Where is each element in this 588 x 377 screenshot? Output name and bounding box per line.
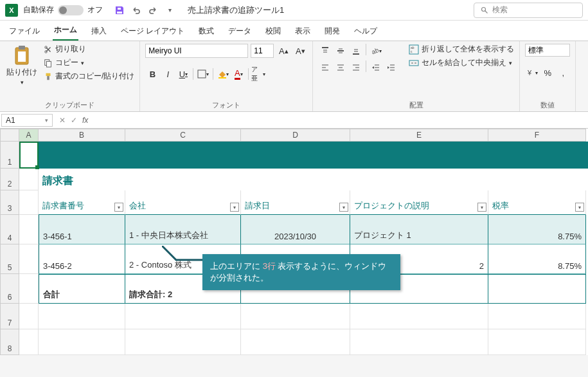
row-header-6[interactable]: 6 [0, 274, 19, 304]
col-header-C[interactable]: C [125, 129, 241, 142]
phonetic-button[interactable]: ア亜▾ [251, 67, 265, 81]
row-header-4[interactable]: 4 [0, 215, 19, 244]
toggle-switch[interactable] [58, 5, 84, 15]
cell[interactable] [39, 329, 125, 355]
filter-button[interactable]: ▾ [339, 203, 348, 212]
merge-center-button[interactable]: セルを結合して中央揃え ▾ [409, 57, 514, 68]
col-header-D[interactable]: D [241, 129, 350, 142]
cell[interactable] [350, 169, 488, 190]
table-cell[interactable]: 3-456-2 [39, 244, 125, 274]
table-cell[interactable]: 2023/10/30 [241, 215, 350, 244]
number-format-select[interactable] [525, 44, 570, 57]
increase-font-icon[interactable]: A▴ [276, 44, 290, 58]
tab-file[interactable]: ファイル [8, 22, 41, 41]
table-header-project-desc[interactable]: プロジェクトの説明▾ [350, 190, 488, 215]
accounting-format-icon[interactable]: ¥▾ [525, 66, 539, 80]
save-icon[interactable] [114, 5, 125, 15]
tab-formulas[interactable]: 数式 [197, 22, 215, 41]
cell[interactable] [125, 304, 241, 329]
cell[interactable] [241, 169, 350, 190]
table-cell[interactable]: 8.75% [488, 215, 586, 244]
format-painter-button[interactable]: 書式のコピー/貼り付け [44, 71, 134, 82]
row-header-5[interactable]: 5 [0, 244, 19, 274]
sheet-title[interactable]: 請求書 [39, 169, 125, 190]
percent-format-icon[interactable]: % [540, 66, 555, 80]
font-size-select[interactable] [251, 44, 274, 58]
decrease-font-icon[interactable]: A▾ [293, 44, 307, 58]
cell[interactable] [350, 329, 488, 355]
table-cell[interactable]: プロジェクト 1 [350, 215, 488, 244]
cell[interactable] [19, 215, 39, 244]
row-header-7[interactable]: 7 [0, 304, 19, 329]
cell[interactable] [19, 274, 39, 304]
row-header-1[interactable]: 1 [0, 142, 19, 169]
orientation-icon[interactable]: ab▾ [369, 44, 383, 58]
align-middle-icon[interactable] [334, 44, 348, 58]
autosave-toggle[interactable]: 自動保存 オフ [23, 5, 103, 15]
tab-help[interactable]: ヘルプ [353, 22, 379, 41]
cell[interactable] [488, 169, 586, 190]
cell[interactable] [125, 169, 241, 190]
table-header-invoice-no[interactable]: 請求書番号▾ [39, 190, 125, 215]
col-header-F[interactable]: F [488, 129, 586, 142]
copy-button[interactable]: コピー ▾ [44, 57, 134, 68]
tab-data[interactable]: データ [227, 22, 253, 41]
total-label[interactable]: 合計 [39, 274, 125, 304]
align-top-icon[interactable] [318, 44, 332, 58]
tab-home[interactable]: ホーム [53, 21, 78, 41]
paste-button[interactable]: 貼り付け ▾ [5, 44, 39, 99]
cut-button[interactable]: 切り取り [44, 44, 134, 55]
decrease-indent-icon[interactable] [369, 60, 383, 75]
border-button[interactable]: ▾ [196, 67, 210, 81]
cell[interactable] [488, 304, 586, 329]
cell[interactable] [19, 304, 39, 329]
cancel-icon[interactable]: ✕ [59, 116, 66, 125]
cell[interactable] [19, 244, 39, 274]
wrap-text-button[interactable]: abc 折り返して全体を表示する [409, 44, 514, 55]
filter-button[interactable]: ▾ [114, 203, 123, 212]
table-cell[interactable]: 8.75% [488, 244, 586, 274]
table-cell[interactable]: 1 - 中央日本株式会社 [125, 215, 241, 244]
table-cell[interactable]: 3-456-1 [39, 215, 125, 244]
filter-button[interactable]: ▾ [230, 203, 239, 212]
name-box[interactable]: A1 ▾ [1, 114, 53, 127]
table-header-invoice-date[interactable]: 請求日▾ [241, 190, 350, 215]
cell[interactable] [350, 304, 488, 329]
font-color-button[interactable]: A▾ [231, 67, 245, 81]
row-header-2[interactable]: 2 [0, 169, 19, 190]
cell[interactable] [39, 304, 125, 329]
enter-icon[interactable]: ✓ [71, 116, 77, 125]
tab-page-layout[interactable]: ページ レイアウト [120, 22, 186, 41]
filter-button[interactable]: ▾ [477, 203, 486, 212]
col-header-E[interactable]: E [350, 129, 488, 142]
tab-developer[interactable]: 開発 [323, 22, 341, 41]
row-header-8[interactable]: 8 [0, 329, 19, 355]
align-right-icon[interactable] [349, 60, 363, 75]
select-all-corner[interactable] [0, 129, 19, 142]
col-header-B[interactable]: B [39, 129, 125, 142]
fx-icon[interactable]: fx [82, 116, 88, 125]
filter-button[interactable]: ▾ [575, 203, 584, 212]
bold-button[interactable]: B [145, 67, 159, 81]
redo-icon[interactable] [148, 5, 158, 15]
font-name-select[interactable] [145, 44, 248, 58]
cell[interactable] [488, 329, 586, 355]
search-box[interactable]: 検索 [474, 3, 583, 18]
tab-insert[interactable]: 挿入 [90, 22, 108, 41]
table-header-tax-rate[interactable]: 税率▾ [488, 190, 586, 215]
increase-indent-icon[interactable] [384, 60, 398, 75]
underline-button[interactable]: U ▾ [176, 67, 190, 81]
cell[interactable] [19, 190, 39, 215]
cell[interactable] [125, 329, 241, 355]
active-cell-A1[interactable] [19, 142, 39, 169]
table-cell[interactable] [488, 274, 586, 304]
tab-review[interactable]: 校閲 [264, 22, 282, 41]
cells-area[interactable]: 請求書 請求書番号▾ 会社▾ 請求日▾ プロジェクトの説明▾ 税率▾ 3-456… [19, 142, 588, 355]
cell[interactable] [241, 329, 350, 355]
tab-view[interactable]: 表示 [294, 22, 312, 41]
comma-format-icon[interactable]: , [556, 66, 570, 80]
fill-color-button[interactable]: ▾ [216, 67, 230, 81]
align-left-icon[interactable] [318, 60, 332, 75]
undo-icon[interactable] [131, 5, 141, 15]
cell[interactable] [19, 169, 39, 190]
